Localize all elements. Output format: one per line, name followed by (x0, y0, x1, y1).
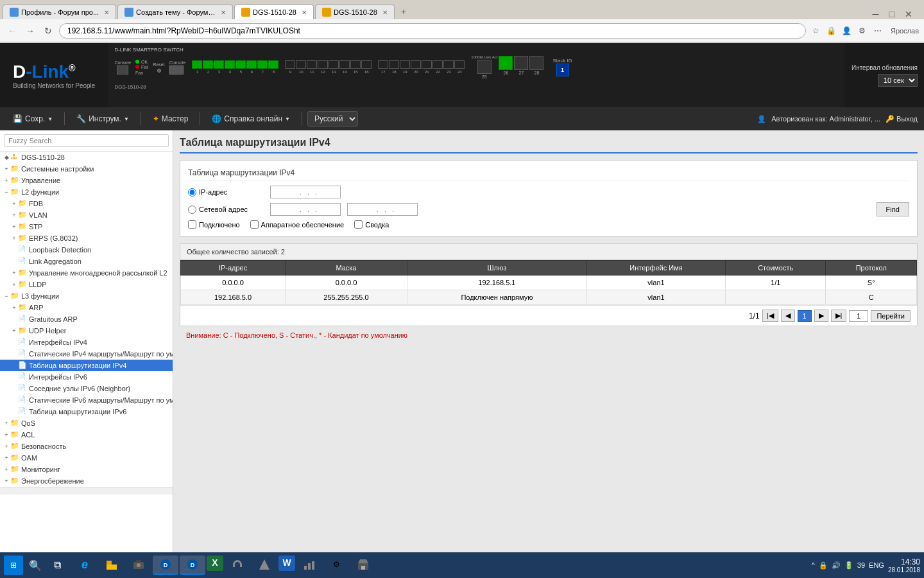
taskbar-dlink2[interactable]: D (180, 556, 205, 575)
refresh-button[interactable]: ↻ (41, 24, 55, 38)
tab-close-dgs2[interactable]: ✕ (382, 9, 388, 16)
refresh-select[interactable]: 5 сек 10 сек 30 сек 60 сек (878, 74, 918, 87)
sidebar-item-mgmt[interactable]: + 📁 Управление (0, 175, 173, 186)
taskbar-headset[interactable] (225, 556, 250, 575)
tab-close-forum2[interactable]: ✕ (221, 9, 226, 16)
tray-network-icon[interactable]: 🔒 (819, 561, 828, 570)
taskbar-search-icon[interactable]: 🔍 (26, 556, 45, 575)
new-tab-button[interactable]: + (396, 4, 411, 19)
sidebar-item-ipv6static[interactable]: 📄 Статические IPv6 маршруты/Маршрут по у… (0, 394, 173, 406)
sidebar-item-vlan[interactable]: + 📁 VLAN (0, 209, 173, 221)
sidebar-item-lldp[interactable]: + 📁 LLDP (0, 279, 173, 290)
sidebar-item-udp[interactable]: + 📁 UDP Helper (0, 325, 173, 337)
person-icon[interactable]: 👤 (841, 24, 853, 37)
tab-dgs2[interactable]: DGS-1510-28 ✕ (315, 4, 395, 19)
checkbox-summary[interactable] (354, 220, 363, 229)
tray-battery-icon[interactable]: 🔋 (844, 561, 853, 570)
close-button[interactable]: ✕ (901, 9, 916, 19)
page-1-button[interactable]: 1 (798, 310, 812, 322)
address-bar-input[interactable] (59, 23, 806, 39)
minimize-button[interactable]: ─ (869, 9, 883, 19)
next-next-button[interactable]: ▶| (831, 310, 847, 322)
star-icon[interactable]: ☆ (810, 24, 823, 37)
checkbox-hardware-label[interactable]: Аппаратное обеспечение (250, 220, 345, 229)
back-button[interactable]: ← (5, 24, 19, 38)
taskbar-store[interactable] (350, 556, 376, 575)
sidebar-item-monitor[interactable]: + 📁 Мониторинг (0, 464, 173, 475)
goto-button[interactable]: Перейти (871, 310, 911, 322)
nav-tools[interactable]: 🔧 Инструм. ▼ (70, 110, 135, 127)
nav-wizard[interactable]: ✦ Мастер (146, 110, 195, 127)
find-button[interactable]: Find (877, 202, 909, 216)
taskbar-taskview-icon[interactable]: ⧉ (47, 556, 67, 575)
nav-save[interactable]: 💾 Сохр. ▼ (6, 110, 59, 127)
sidebar-item-power[interactable]: + 📁 Энергосбережение (0, 475, 173, 487)
next-button[interactable]: ▶ (814, 310, 828, 322)
start-button[interactable]: ⊞ (4, 556, 23, 575)
more-icon[interactable]: ⋯ (871, 24, 884, 37)
sidebar-search-input[interactable] (4, 134, 169, 147)
sidebar-item-linkagg[interactable]: 📄 Link Aggregation (0, 256, 173, 267)
sidebar-item-fdb[interactable]: + 📁 FDB (0, 198, 173, 209)
sidebar-item-ipv6neighbor[interactable]: 📄 Соседние узлы IPv6 (Neighbor) (0, 383, 173, 394)
sidebar-item-stp[interactable]: + 📁 STP (0, 221, 173, 232)
sidebar-item-erps[interactable]: + 📁 ERPS (G.8032) (0, 232, 173, 244)
logout-button[interactable]: 🔑 Выход (886, 115, 918, 123)
sidebar-scrollbar[interactable] (0, 487, 173, 495)
sidebar-item-l2[interactable]: − 📁 L2 функции (0, 186, 173, 198)
tab-dgs1[interactable]: DGS-1510-28 ✕ (234, 4, 314, 19)
radio-network[interactable] (188, 206, 196, 214)
tab-close-dgs1[interactable]: ✕ (302, 9, 307, 16)
table-row[interactable]: 0.0.0.0 0.0.0.0 192.168.5.1 vlan1 1/1 S° (181, 276, 917, 290)
page-goto-input[interactable] (849, 310, 868, 322)
taskbar-dlink[interactable]: D (153, 556, 178, 575)
prev-prev-button[interactable]: |◀ (762, 310, 778, 322)
checkbox-connected-label[interactable]: Подключено (188, 220, 240, 229)
sidebar-item-oam[interactable]: + 📁 OAM (0, 452, 173, 464)
sidebar-item-ipv4table[interactable]: 📄 Таблица маршрутизации IPv4 (0, 360, 173, 371)
sidebar-item-sys[interactable]: + 📁 Системные настройки (0, 163, 173, 175)
radio-network-label[interactable]: Сетевой адрес (188, 206, 265, 214)
ip-address-field[interactable] (270, 186, 341, 198)
sidebar-item-ipv4if[interactable]: 📄 Интерфейсы IPv4 (0, 337, 173, 348)
tray-arrow[interactable]: ^ (812, 561, 815, 569)
lock-icon[interactable]: 🔒 (825, 24, 838, 37)
radio-ip[interactable] (188, 188, 196, 197)
forward-button[interactable]: → (23, 24, 37, 38)
taskbar-settings[interactable]: ⚙ (323, 556, 349, 575)
sidebar-item-multicast[interactable]: + 📁 Управление многоадресной рассылкой L… (0, 267, 173, 279)
settings-icon[interactable]: ⚙ (856, 24, 869, 37)
taskbar-edge[interactable]: e (72, 556, 98, 575)
sidebar-item-l3[interactable]: − 📁 L3 функции (0, 290, 173, 302)
sidebar-item-dgs[interactable]: ◆ 🖧 DGS-1510-28 (0, 152, 173, 163)
language-select[interactable]: Русский English (307, 111, 358, 127)
checkbox-summary-label[interactable]: Сводка (354, 220, 389, 229)
network-address-field2[interactable] (347, 203, 418, 216)
radio-ip-label[interactable]: IP-адрес (188, 188, 265, 197)
sidebar-item-security[interactable]: + 📁 Безопасность (0, 441, 173, 452)
taskbar-word[interactable]: W (278, 556, 295, 571)
sidebar-item-arp[interactable]: + 📁 ARP (0, 302, 173, 313)
sidebar-item-ipv6table[interactable]: 📄 Таблица маршрутизации IPv6 (0, 406, 173, 417)
maximize-button[interactable]: □ (886, 9, 898, 19)
tab-forum1[interactable]: Профиль - Форум про... ✕ (3, 4, 116, 19)
prev-button[interactable]: ◀ (781, 310, 795, 322)
network-address-field1[interactable] (270, 203, 341, 216)
sidebar-item-ipv6if[interactable]: 📄 Интерфейсы IPv6 (0, 371, 173, 383)
sidebar-item-ipv4static[interactable]: 📄 Статические IPv4 маршруты/Маршрут по у… (0, 348, 173, 360)
tab-forum2[interactable]: Создать тему - Форум н... ✕ (117, 4, 233, 19)
tab-close-forum1[interactable]: ✕ (104, 9, 109, 16)
nav-help[interactable]: 🌐 Справка онлайн ▼ (205, 110, 296, 127)
sidebar-item-garp[interactable]: 📄 Gratuitous ARP (0, 313, 173, 325)
taskbar-explorer[interactable] (99, 556, 124, 575)
table-row[interactable]: 192.168.5.0 255.255.255.0 Подключен напр… (181, 290, 917, 305)
checkbox-connected[interactable] (188, 220, 196, 229)
sidebar-item-acl[interactable]: + 📁 ACL (0, 429, 173, 441)
system-clock[interactable]: 14:30 28.01.2018 (888, 557, 920, 574)
taskbar-chart[interactable] (296, 556, 322, 575)
tray-lang[interactable]: ENG (869, 561, 884, 569)
taskbar-excel[interactable]: X (207, 556, 223, 571)
checkbox-hardware[interactable] (250, 220, 259, 229)
taskbar-app1[interactable] (252, 556, 277, 575)
tray-volume-icon[interactable]: 🔊 (832, 561, 841, 570)
